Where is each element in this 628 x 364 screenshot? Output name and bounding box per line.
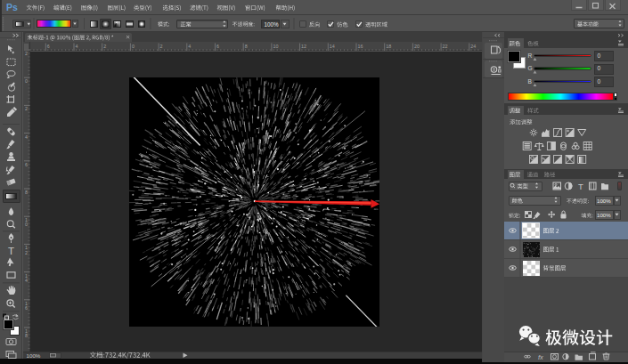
svg-text:4: 4 — [188, 44, 191, 49]
svg-text:20: 20 — [414, 44, 420, 49]
svg-text:8: 8 — [25, 190, 28, 195]
svg-text:4: 4 — [25, 134, 28, 140]
svg-text:4: 4 — [76, 44, 78, 49]
svg-text:2: 2 — [25, 106, 28, 111]
svg-text:0: 0 — [598, 53, 601, 59]
svg-text:8: 8 — [25, 333, 28, 338]
svg-text:10: 10 — [273, 44, 278, 49]
svg-text:0: 0 — [132, 44, 135, 49]
svg-text:fx: fx — [538, 353, 543, 361]
svg-text:0: 0 — [598, 78, 601, 85]
svg-text:Ps: Ps — [6, 2, 18, 12]
svg-text:0: 0 — [598, 65, 601, 71]
svg-text:G: G — [528, 65, 533, 71]
svg-text:T: T — [578, 182, 583, 191]
svg-text:100%: 100% — [27, 352, 41, 359]
svg-text:6: 6 — [25, 162, 28, 167]
svg-text:24: 24 — [470, 44, 476, 49]
svg-text:2: 2 — [103, 44, 106, 49]
svg-text:100%: 100% — [597, 198, 611, 204]
svg-text:16: 16 — [358, 44, 363, 49]
svg-text:6: 6 — [47, 44, 50, 49]
svg-text:0: 0 — [25, 222, 28, 227]
svg-text:4: 4 — [25, 278, 28, 283]
svg-text:100%: 100% — [597, 212, 611, 218]
svg-text:6: 6 — [216, 44, 219, 49]
svg-text:2: 2 — [160, 44, 163, 49]
svg-text:6: 6 — [25, 305, 28, 311]
svg-text:0: 0 — [25, 78, 28, 84]
svg-text:100%: 100% — [265, 21, 280, 28]
svg-text:12: 12 — [301, 44, 306, 49]
svg-text:8: 8 — [245, 44, 248, 49]
svg-text:14: 14 — [330, 44, 335, 49]
svg-text:2: 2 — [25, 51, 28, 56]
svg-text:2: 2 — [25, 250, 28, 255]
svg-text:B: B — [528, 78, 533, 85]
svg-text:R: R — [528, 53, 533, 59]
svg-text:18: 18 — [386, 44, 391, 49]
svg-text:T: T — [8, 246, 14, 256]
svg-text:22: 22 — [443, 44, 448, 49]
